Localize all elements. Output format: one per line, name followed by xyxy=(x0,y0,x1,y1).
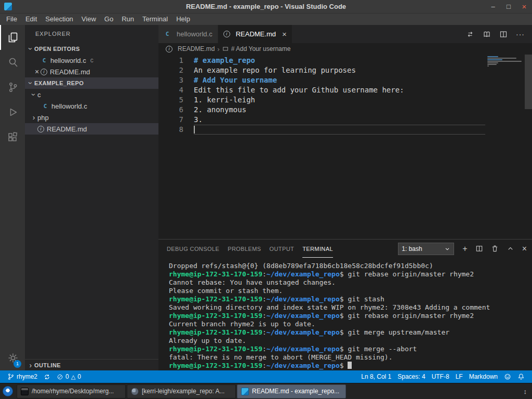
open-editor-item[interactable]: ×iREADME.md xyxy=(25,66,158,77)
encoding[interactable]: UTF-8 xyxy=(429,370,453,383)
terminal-prompt-symbol: $ xyxy=(340,362,348,369)
terminal-line: rhyme@ip-172-31-170-159:~/dev/example_re… xyxy=(169,312,532,320)
more-actions-icon[interactable]: ··· xyxy=(516,30,525,38)
menu-file[interactable]: File xyxy=(2,14,21,25)
code-line-8[interactable] xyxy=(194,125,485,135)
minimap-line xyxy=(487,64,497,65)
code-line-6[interactable]: 2. anonymous xyxy=(194,105,485,115)
menu-help[interactable]: Help xyxy=(172,14,194,25)
menu-terminal[interactable]: Terminal xyxy=(138,14,172,25)
tray-updown-icon[interactable]: ↕ xyxy=(518,388,532,395)
project-section-header[interactable]: › EXAMPLE_REPO xyxy=(25,77,158,89)
panel-tab-debug-console[interactable]: DEBUG CONSOLE xyxy=(167,240,219,258)
tree-item-README-md[interactable]: iREADME.md xyxy=(25,123,158,135)
chevron-down-icon: › xyxy=(26,79,35,87)
panel-tab-output[interactable]: OUTPUT xyxy=(270,240,295,258)
tree-item-php[interactable]: ›php xyxy=(25,112,158,123)
branch-indicator[interactable]: rhyme2 xyxy=(4,370,41,383)
terminal-line: rhyme@ip-172-31-170-159:~/dev/example_re… xyxy=(169,345,532,353)
line-number[interactable]: 5 xyxy=(158,95,183,105)
explorer-activity-button[interactable] xyxy=(0,25,25,50)
code-line-2[interactable]: An example repo for learning purposes xyxy=(194,65,485,75)
terminal[interactable]: Dropped refs/stash@{0} (8d8eb789efa718b6… xyxy=(158,258,532,370)
shell-selector[interactable]: 1: bash xyxy=(398,243,454,255)
maximize-button[interactable]: □ xyxy=(501,0,516,13)
panel-tab-terminal[interactable]: TERMINAL xyxy=(302,240,333,258)
line-number[interactable]: 7 xyxy=(158,115,183,125)
status-bar: rhyme2 0 △ 0 Ln 8, Col 1 Spaces: 4 UTF-8… xyxy=(0,370,532,383)
taskbar-window-button[interactable]: /home/rhyme/Desktop/merg... xyxy=(17,384,126,398)
close-tab-icon[interactable]: × xyxy=(282,30,287,38)
menu-edit[interactable]: Edit xyxy=(21,14,41,25)
split-terminal-icon[interactable] xyxy=(475,245,483,252)
feedback-button[interactable] xyxy=(501,370,514,383)
terminal-line: Saved working directory and index state … xyxy=(169,303,532,312)
c-file-icon: C xyxy=(164,31,171,37)
code-line-1[interactable]: # example_repo xyxy=(194,56,485,65)
open-editor-file-name: helloworld.c xyxy=(50,57,86,64)
sync-indicator[interactable] xyxy=(41,370,54,383)
editor[interactable]: 12345678 # example_repoAn example repo f… xyxy=(158,55,532,239)
line-number[interactable]: 6 xyxy=(158,105,183,115)
menu-view[interactable]: View xyxy=(77,14,100,25)
menu-go[interactable]: Go xyxy=(100,14,117,25)
project-label: EXAMPLE_REPO xyxy=(34,80,84,86)
panel-tab-problems[interactable]: PROBLEMS xyxy=(228,240,261,258)
taskbar-window-title: README.md - example_repo... xyxy=(252,388,339,395)
scrollbar-thumb[interactable] xyxy=(525,55,532,109)
split-editor-icon[interactable] xyxy=(499,30,508,38)
open-editor-item[interactable]: Chelloworld.cc xyxy=(25,55,158,66)
maximize-panel-icon[interactable] xyxy=(507,245,514,252)
tree-item-c[interactable]: ›c xyxy=(25,89,158,100)
eol-sequence[interactable]: LF xyxy=(453,370,466,383)
code-line-4[interactable]: Edit this file to add your Github userna… xyxy=(194,85,485,95)
taskbar-window-button[interactable]: README.md - example_repo... xyxy=(237,384,346,398)
line-number[interactable]: 8 xyxy=(158,125,183,135)
taskbar-window-button[interactable]: [kerri-leigh/example_repo: A... xyxy=(127,384,236,398)
close-panel-icon[interactable]: × xyxy=(522,245,527,253)
tab-readme-md[interactable]: i README.md × xyxy=(218,25,292,43)
menu-selection[interactable]: Selection xyxy=(41,14,77,25)
outline-label: OUTLINE xyxy=(34,362,61,368)
branch-icon xyxy=(7,373,15,380)
file-manager-icon xyxy=(21,388,29,395)
search-icon xyxy=(7,56,19,69)
problems-indicator[interactable]: 0 △ 0 xyxy=(54,370,84,383)
menu-run[interactable]: Run xyxy=(117,14,138,25)
open-preview-icon[interactable] xyxy=(483,30,491,38)
breadcrumb-symbol[interactable]: # Add Your username xyxy=(231,45,291,52)
indentation[interactable]: Spaces: 4 xyxy=(394,370,428,383)
notifications-button[interactable] xyxy=(514,370,528,383)
open-changes-icon[interactable] xyxy=(466,30,474,38)
close-editor-icon[interactable]: × xyxy=(33,68,41,76)
close-button[interactable]: × xyxy=(516,0,532,13)
line-number[interactable]: 1 xyxy=(158,56,183,65)
extensions-activity-button[interactable] xyxy=(0,125,25,150)
terminal-line: Please commit or stash them. xyxy=(169,287,532,295)
source-control-activity-button[interactable] xyxy=(0,75,25,100)
line-number[interactable]: 3 xyxy=(158,75,183,85)
kill-terminal-icon[interactable] xyxy=(491,245,499,252)
new-terminal-icon[interactable]: + xyxy=(462,245,467,253)
line-number[interactable]: 4 xyxy=(158,85,183,95)
cursor-position[interactable]: Ln 8, Col 1 xyxy=(358,370,394,383)
language-mode[interactable]: Markdown xyxy=(466,370,501,383)
open-editors-section-header[interactable]: › OPEN EDITORS xyxy=(25,43,158,55)
code-line-5[interactable]: 1. kerri-leigh xyxy=(194,95,485,105)
tree-item-helloworld-c[interactable]: Chelloworld.c xyxy=(25,100,158,112)
minimap[interactable] xyxy=(487,56,524,69)
outline-section-header[interactable]: › OUTLINE xyxy=(25,359,158,370)
code-line-3[interactable]: # Add Your username xyxy=(194,75,485,85)
terminal-prompt-symbol: $ xyxy=(340,295,348,303)
minimize-button[interactable]: – xyxy=(485,0,501,13)
line-number[interactable]: 2 xyxy=(158,65,183,75)
error-count: 0 xyxy=(65,373,69,380)
breadcrumb-file[interactable]: README.md xyxy=(178,45,215,52)
search-activity-button[interactable] xyxy=(0,50,25,75)
applications-menu-button[interactable] xyxy=(0,383,16,399)
code-line-7[interactable]: 3. xyxy=(194,115,485,125)
tab-helloworld-c[interactable]: C helloworld.c xyxy=(158,25,218,43)
run-debug-activity-button[interactable] xyxy=(0,100,25,125)
settings-button[interactable]: 1 xyxy=(0,345,25,370)
editor-code-area[interactable]: # example_repoAn example repo for learni… xyxy=(183,55,485,239)
